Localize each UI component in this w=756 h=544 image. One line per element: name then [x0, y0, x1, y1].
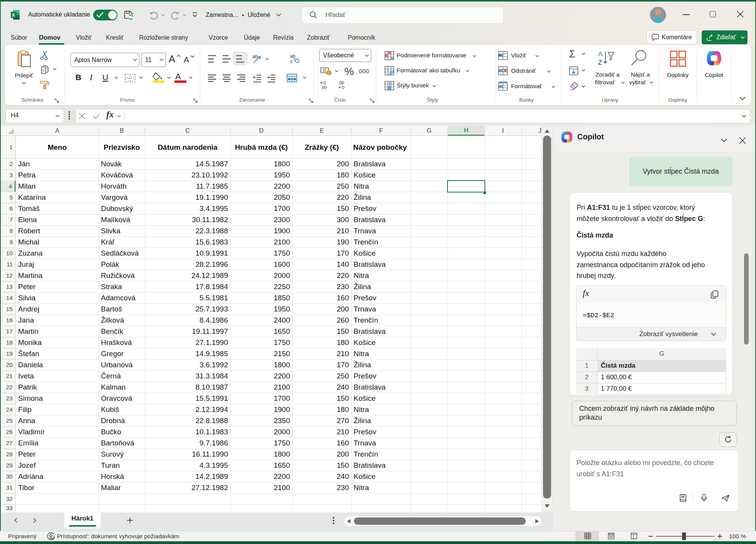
svg-text:X: X	[12, 13, 15, 17]
svg-text:,00: ,00	[338, 80, 344, 85]
svg-text:ab: ab	[290, 54, 295, 59]
svg-text:0: 0	[342, 85, 344, 90]
svg-text:A: A	[598, 50, 603, 58]
svg-text:0: 0	[324, 80, 326, 85]
svg-text:c: c	[290, 59, 292, 64]
svg-text:Z: Z	[598, 59, 602, 66]
svg-text:ab: ab	[252, 54, 258, 59]
svg-text:,00: ,00	[321, 85, 327, 90]
